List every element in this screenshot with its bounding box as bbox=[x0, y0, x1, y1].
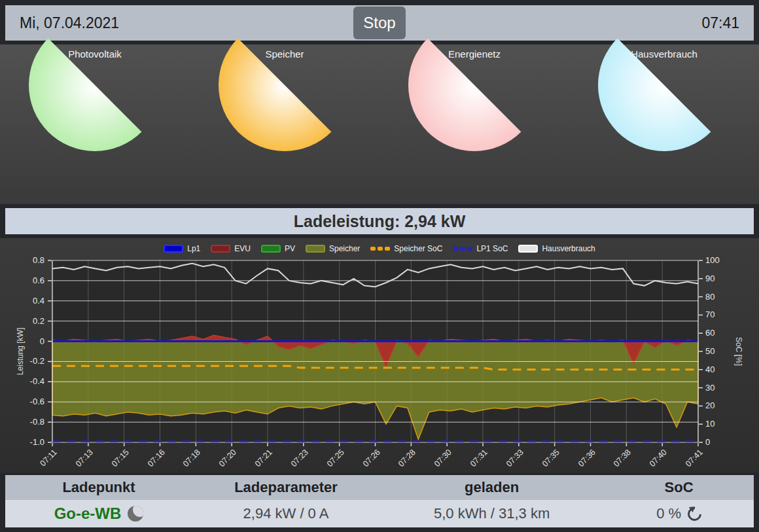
legend-swatch bbox=[164, 245, 183, 253]
x-axis-tick: 07:28 bbox=[390, 448, 417, 472]
chargepoint-name: Go-e-WB bbox=[54, 505, 122, 523]
gauge-column-hausverbrauch: Hausverbrauch bbox=[569, 44, 759, 204]
x-axis-tick: 07:31 bbox=[461, 448, 489, 472]
refresh-icon[interactable] bbox=[685, 504, 705, 523]
table-header-row: Ladepunkt Ladeparameter geladen SoC bbox=[5, 475, 754, 500]
gauge-label-speicher: Speicher bbox=[190, 44, 380, 60]
y-axis-right-tick: 90 bbox=[705, 274, 734, 283]
legend-swatch bbox=[306, 245, 325, 253]
legend-item-lp1: Lp1 bbox=[164, 244, 200, 253]
top-bar: Mi, 07.04.2021 Stop 07:41 bbox=[5, 5, 754, 41]
gauge-label-energienetz: Energienetz bbox=[380, 44, 569, 60]
legend-item-hausverbrauch: Hausverbrauch bbox=[518, 244, 595, 253]
charge-power-title-bar: Ladeleistung: 2,94 kW bbox=[5, 208, 754, 234]
x-axis-tick: 07:20 bbox=[211, 448, 238, 472]
y-axis-left-tick: 0.6 bbox=[16, 275, 44, 285]
x-axis-tick: 07:30 bbox=[426, 448, 453, 472]
charged-energy-value: 5,0 kWh / 31,3 km bbox=[380, 505, 604, 522]
x-axis-tick: 07:15 bbox=[103, 448, 130, 472]
moon-icon bbox=[128, 506, 143, 522]
y-axis-left-tick: -0.8 bbox=[16, 417, 44, 427]
chart-legend: Lp1EVUPVSpeicherSpeicher SoCLP1 SoCHausv… bbox=[0, 241, 759, 257]
charge-power-title: Ladeleistung: 2,94 kW bbox=[294, 212, 466, 231]
legend-label: LP1 SoC bbox=[476, 244, 508, 253]
chart-plot-area bbox=[47, 257, 703, 448]
charge-parameters-value: 2,94 kW / 0 A bbox=[192, 505, 380, 522]
y-axis-left-tick: 0.8 bbox=[16, 255, 44, 265]
gauge-label-photovoltaik: Photovoltaik bbox=[0, 44, 190, 60]
y-axis-right-tick: 40 bbox=[705, 364, 734, 374]
x-axis-tick: 07:21 bbox=[246, 448, 274, 472]
gauge-label-hausverbrauch: Hausverbrauch bbox=[569, 44, 759, 60]
x-axis-tick: 07:35 bbox=[533, 448, 561, 472]
x-axis-tick: 07:13 bbox=[67, 448, 94, 472]
gauge-column-photovoltaik: Photovoltaik bbox=[0, 44, 190, 204]
table-row: Go-e-WB 2,94 kW / 0 A 5,0 kWh / 31,3 km … bbox=[5, 500, 754, 527]
header-ladeparameter: Ladeparameter bbox=[192, 479, 380, 496]
x-axis-tick: 07:38 bbox=[605, 448, 633, 472]
stop-button[interactable]: Stop bbox=[353, 7, 406, 39]
power-chart: Lp1EVUPVSpeicherSpeicher SoCLP1 SoCHausv… bbox=[0, 238, 759, 472]
legend-item-speicher-soc: Speicher SoC bbox=[370, 244, 442, 253]
gauge-column-energienetz: Energienetz bbox=[380, 44, 569, 204]
legend-swatch bbox=[211, 245, 230, 253]
y-axis-left-title: Leistung [kW] bbox=[16, 299, 26, 404]
y-axis-right-tick: 100 bbox=[705, 255, 734, 265]
legend-label: EVU bbox=[234, 244, 251, 253]
header-ladepunkt: Ladepunkt bbox=[5, 479, 192, 496]
x-axis-tick: 07:36 bbox=[569, 448, 597, 472]
legend-label: Lp1 bbox=[187, 244, 200, 253]
y-axis-right-tick: 70 bbox=[705, 310, 734, 319]
y-axis-right-tick: 20 bbox=[705, 400, 734, 410]
x-axis-tick: 07:40 bbox=[641, 448, 669, 472]
legend-item-lp1-soc: LP1 SoC bbox=[453, 244, 508, 253]
header-geladen: geladen bbox=[380, 479, 604, 496]
legend-swatch bbox=[261, 245, 281, 253]
x-axis-tick: 07:41 bbox=[677, 448, 704, 472]
legend-label: Speicher bbox=[329, 244, 360, 253]
legend-label: Hausverbrauch bbox=[542, 244, 595, 253]
legend-label: PV bbox=[285, 244, 295, 253]
x-axis-tick: 07:11 bbox=[31, 448, 58, 472]
legend-item-evu: EVU bbox=[211, 244, 251, 253]
header-soc: SoC bbox=[604, 479, 754, 496]
y-axis-left-tick: -1.0 bbox=[16, 437, 44, 447]
gauges-panel: Photovoltaik Speicher Energienetz Hausve… bbox=[0, 44, 759, 204]
legend-item-speicher: Speicher bbox=[306, 244, 360, 253]
legend-swatch bbox=[453, 245, 472, 253]
y-axis-right-tick: 80 bbox=[705, 292, 734, 302]
soc-value: 0 % bbox=[656, 505, 681, 522]
x-axis-tick: 07:16 bbox=[139, 448, 166, 472]
legend-item-pv: PV bbox=[261, 244, 295, 253]
date-label: Mi, 07.04.2021 bbox=[20, 14, 119, 32]
clock-label: 07:41 bbox=[701, 14, 739, 32]
gauge-column-speicher: Speicher bbox=[190, 44, 380, 204]
y-axis-right-tick: 50 bbox=[705, 346, 734, 356]
legend-label: Speicher SoC bbox=[394, 244, 442, 253]
legend-swatch bbox=[518, 245, 538, 253]
y-axis-right-tick: 10 bbox=[705, 419, 734, 429]
x-axis-tick: 07:25 bbox=[318, 448, 345, 472]
y-axis-right-tick: 30 bbox=[705, 383, 734, 393]
legend-swatch bbox=[370, 245, 390, 253]
y-axis-right-title: SoC [%] bbox=[733, 299, 743, 404]
y-axis-right-tick: 0 bbox=[705, 437, 734, 447]
y-axis-right-tick: 60 bbox=[705, 328, 734, 338]
x-axis-tick: 07:23 bbox=[282, 448, 309, 472]
chargepoint-table: Ladepunkt Ladeparameter geladen SoC Go-e… bbox=[5, 475, 754, 527]
x-axis-tick: 07:26 bbox=[354, 448, 381, 472]
x-axis-tick: 07:18 bbox=[175, 448, 202, 472]
x-axis-tick: 07:33 bbox=[497, 448, 525, 472]
